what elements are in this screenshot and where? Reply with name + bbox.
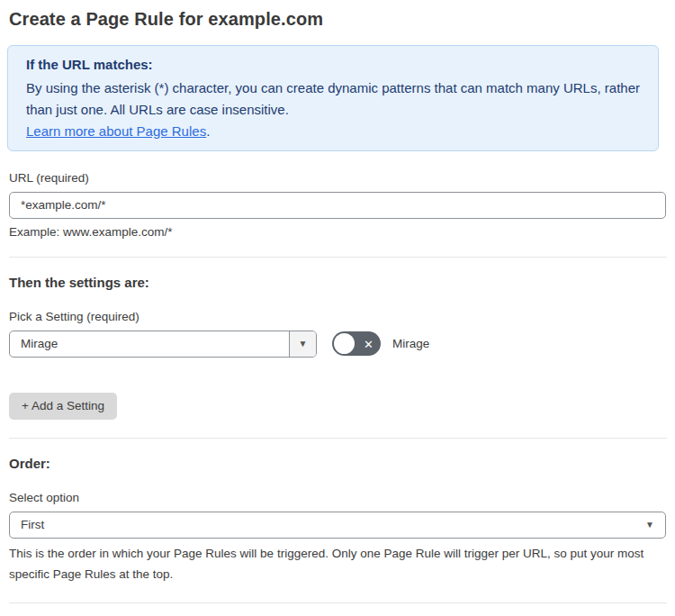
toggle-knob	[334, 333, 355, 354]
url-field-helper: Example: www.example.com/*	[9, 225, 659, 239]
chevron-down-icon: ▼	[299, 340, 308, 349]
order-section-heading: Order:	[9, 456, 659, 471]
setting-row: Mirage ▼ ✕ Mirage	[9, 331, 659, 358]
chevron-down-icon: ▼	[645, 521, 654, 530]
learn-more-link[interactable]: Learn more about Page Rules	[26, 123, 206, 139]
x-icon: ✕	[364, 338, 374, 349]
order-select[interactable]: First ▼	[9, 512, 666, 539]
order-helper-text: This is the order in which your Page Rul…	[9, 544, 659, 585]
setting-dropdown-arrow-button[interactable]: ▼	[289, 331, 316, 357]
order-select-value: First	[21, 518, 44, 531]
divider	[9, 438, 667, 439]
setting-picker-label: Pick a Setting (required)	[9, 310, 659, 323]
mirage-toggle[interactable]: ✕	[332, 331, 381, 356]
page-title: Create a Page Rule for example.com	[9, 9, 659, 30]
info-box-heading: If the URL matches:	[26, 57, 640, 72]
link-suffix: .	[206, 123, 210, 139]
page-container: Create a Page Rule for example.com If th…	[0, 0, 667, 616]
url-field-label: URL (required)	[9, 171, 659, 185]
url-match-info-box: If the URL matches: By using the asteris…	[7, 45, 659, 151]
divider	[9, 257, 667, 258]
info-box-body: By using the asterisk (*) character, you…	[26, 77, 640, 122]
mirage-toggle-label: Mirage	[392, 337, 429, 350]
setting-dropdown-value: Mirage	[10, 331, 289, 357]
info-link-line: Learn more about Page Rules.	[26, 123, 640, 139]
order-select-label: Select option	[9, 491, 659, 504]
divider	[9, 602, 667, 603]
url-input[interactable]	[9, 192, 666, 219]
settings-section-heading: Then the settings are:	[9, 275, 659, 290]
setting-dropdown[interactable]: Mirage ▼	[9, 331, 317, 358]
add-setting-button[interactable]: + Add a Setting	[9, 393, 117, 420]
